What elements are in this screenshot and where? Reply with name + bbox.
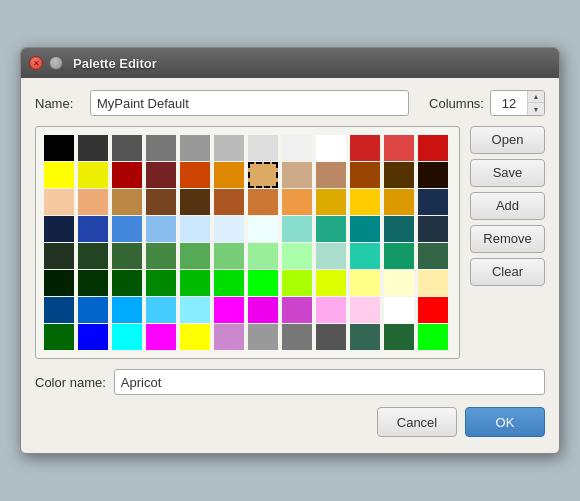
- color-cell[interactable]: [180, 189, 210, 215]
- color-cell[interactable]: [112, 135, 142, 161]
- color-cell[interactable]: [112, 216, 142, 242]
- color-cell[interactable]: [282, 135, 312, 161]
- color-cell[interactable]: [44, 135, 74, 161]
- color-cell[interactable]: [282, 189, 312, 215]
- color-cell[interactable]: [112, 297, 142, 323]
- color-cell[interactable]: [418, 243, 448, 269]
- color-cell[interactable]: [282, 243, 312, 269]
- minimize-button[interactable]: [49, 56, 63, 70]
- color-cell[interactable]: [44, 162, 74, 188]
- color-cell[interactable]: [350, 270, 380, 296]
- color-cell[interactable]: [112, 243, 142, 269]
- color-cell[interactable]: [44, 243, 74, 269]
- color-cell[interactable]: [78, 270, 108, 296]
- color-cell[interactable]: [146, 162, 176, 188]
- color-cell[interactable]: [78, 162, 108, 188]
- color-cell[interactable]: [350, 135, 380, 161]
- color-cell[interactable]: [214, 189, 244, 215]
- color-cell[interactable]: [112, 270, 142, 296]
- color-cell[interactable]: [384, 216, 414, 242]
- color-cell[interactable]: [78, 297, 108, 323]
- color-cell[interactable]: [316, 216, 346, 242]
- spin-up-button[interactable]: ▲: [528, 91, 544, 103]
- cancel-button[interactable]: Cancel: [377, 407, 457, 437]
- color-cell[interactable]: [78, 135, 108, 161]
- color-cell[interactable]: [214, 270, 244, 296]
- columns-input[interactable]: [491, 91, 527, 115]
- name-input[interactable]: [90, 90, 409, 116]
- color-cell[interactable]: [78, 189, 108, 215]
- color-cell[interactable]: [282, 324, 312, 350]
- color-cell[interactable]: [78, 324, 108, 350]
- color-cell[interactable]: [316, 162, 346, 188]
- color-cell[interactable]: [78, 243, 108, 269]
- remove-button[interactable]: Remove: [470, 225, 545, 253]
- color-cell[interactable]: [214, 324, 244, 350]
- color-cell[interactable]: [44, 270, 74, 296]
- color-cell[interactable]: [248, 243, 278, 269]
- save-button[interactable]: Save: [470, 159, 545, 187]
- color-cell[interactable]: [112, 189, 142, 215]
- spin-down-button[interactable]: ▼: [528, 103, 544, 115]
- color-name-input[interactable]: [114, 369, 545, 395]
- color-cell[interactable]: [180, 216, 210, 242]
- color-cell[interactable]: [44, 297, 74, 323]
- color-cell[interactable]: [248, 216, 278, 242]
- color-cell[interactable]: [316, 324, 346, 350]
- clear-button[interactable]: Clear: [470, 258, 545, 286]
- color-cell[interactable]: [214, 297, 244, 323]
- open-button[interactable]: Open: [470, 126, 545, 154]
- color-cell[interactable]: [350, 243, 380, 269]
- color-cell[interactable]: [248, 297, 278, 323]
- color-cell[interactable]: [248, 135, 278, 161]
- color-cell[interactable]: [350, 189, 380, 215]
- color-cell[interactable]: [282, 297, 312, 323]
- color-cell[interactable]: [384, 324, 414, 350]
- color-cell[interactable]: [282, 162, 312, 188]
- color-cell[interactable]: [282, 270, 312, 296]
- color-cell[interactable]: [350, 297, 380, 323]
- color-cell[interactable]: [214, 135, 244, 161]
- color-cell[interactable]: [146, 189, 176, 215]
- color-cell[interactable]: [180, 162, 210, 188]
- color-cell[interactable]: [350, 216, 380, 242]
- color-cell[interactable]: [78, 216, 108, 242]
- color-cell[interactable]: [248, 324, 278, 350]
- color-cell[interactable]: [146, 216, 176, 242]
- color-cell[interactable]: [316, 189, 346, 215]
- color-cell[interactable]: [180, 324, 210, 350]
- color-cell[interactable]: [418, 297, 448, 323]
- color-cell[interactable]: [180, 135, 210, 161]
- color-cell[interactable]: [350, 162, 380, 188]
- color-cell[interactable]: [316, 270, 346, 296]
- color-cell[interactable]: [418, 162, 448, 188]
- color-cell[interactable]: [418, 216, 448, 242]
- color-cell[interactable]: [214, 243, 244, 269]
- color-cell[interactable]: [384, 135, 414, 161]
- color-cell[interactable]: [418, 135, 448, 161]
- color-cell[interactable]: [180, 243, 210, 269]
- color-cell[interactable]: [384, 243, 414, 269]
- color-cell[interactable]: [44, 216, 74, 242]
- color-cell[interactable]: [112, 162, 142, 188]
- color-cell[interactable]: [384, 189, 414, 215]
- color-cell[interactable]: [146, 297, 176, 323]
- color-cell[interactable]: [214, 162, 244, 188]
- color-cell[interactable]: [248, 189, 278, 215]
- color-cell[interactable]: [418, 189, 448, 215]
- color-cell[interactable]: [350, 324, 380, 350]
- color-cell[interactable]: [316, 297, 346, 323]
- color-cell[interactable]: [282, 216, 312, 242]
- close-button[interactable]: ✕: [29, 56, 43, 70]
- color-cell[interactable]: [384, 162, 414, 188]
- color-cell[interactable]: [180, 270, 210, 296]
- color-cell[interactable]: [418, 324, 448, 350]
- color-cell[interactable]: [146, 243, 176, 269]
- color-cell[interactable]: [316, 243, 346, 269]
- color-cell[interactable]: [146, 270, 176, 296]
- color-cell[interactable]: [44, 324, 74, 350]
- color-cell[interactable]: [248, 270, 278, 296]
- color-cell[interactable]: [180, 297, 210, 323]
- color-cell[interactable]: [384, 297, 414, 323]
- color-cell[interactable]: [418, 270, 448, 296]
